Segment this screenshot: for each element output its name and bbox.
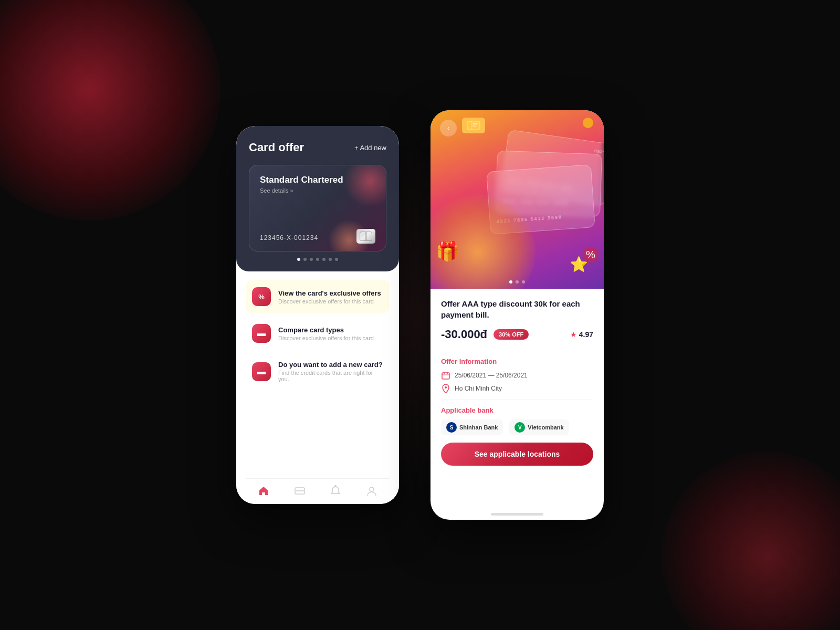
nav-cards[interactable] — [294, 485, 306, 497]
location-text: Ho Chi Minh City — [455, 385, 502, 392]
calendar-icon — [441, 371, 450, 380]
svg-rect-6 — [472, 123, 478, 124]
home-icon — [258, 485, 269, 497]
cards-icon — [294, 485, 306, 497]
back-button[interactable]: ‹ — [440, 120, 457, 136]
phones-container: Card offer + Add new Standard Chartered … — [236, 110, 604, 520]
ticket-svg — [467, 121, 480, 130]
percent-icon: % — [258, 293, 265, 301]
svg-rect-7 — [472, 125, 476, 127]
menu-item-add-card[interactable]: ▬ Do you want to add a new card? Find th… — [246, 353, 390, 390]
offer-title: Offer AAA type discount 30k for each pay… — [441, 298, 593, 320]
profile-icon — [366, 485, 377, 497]
menu-subtitle-1: Discover exclusive offers for this card — [278, 298, 381, 304]
card-dots — [249, 258, 386, 261]
date-row: 25/06/2021 — 25/06/2021 — [441, 371, 593, 380]
gift-icon: 🎁 — [436, 240, 459, 262]
see-locations-button[interactable]: See applicable locations — [441, 443, 593, 466]
calendar-svg — [442, 371, 450, 380]
card-chip-lines — [360, 232, 372, 241]
bg-glow-left — [0, 0, 220, 220]
svg-point-2 — [334, 485, 337, 487]
menu-item-compare[interactable]: ▬ Compare card types Discover exclusive … — [246, 317, 390, 350]
card-dot-5[interactable] — [322, 258, 326, 261]
card-number: 123456-X-001234 — [260, 234, 318, 242]
credit-card[interactable]: Standard Chartered See details » 123456-… — [249, 165, 386, 251]
menu-icon-percent: % — [252, 287, 271, 306]
card-dot-2[interactable] — [303, 258, 307, 261]
divider-2 — [441, 400, 593, 400]
menu-content-2: Compare card types Discover exclusive of… — [278, 326, 374, 341]
hero-dot-3[interactable] — [522, 280, 525, 284]
nav-notifications[interactable] — [330, 485, 341, 497]
card-chip — [356, 229, 375, 244]
bg-glow-right — [662, 452, 840, 630]
hero-dot-1[interactable] — [509, 280, 512, 284]
vietcombank-name: Vietcombank — [528, 424, 563, 430]
menu-title-1: View the card's exclusive offers — [278, 289, 381, 297]
phone1-header: Card offer + Add new — [249, 141, 386, 154]
add-card-icon: ▬ — [257, 367, 266, 376]
menu-item-exclusive-offers[interactable]: % View the card's exclusive offers Disco… — [246, 280, 390, 313]
notifications-icon — [330, 485, 341, 497]
svg-point-3 — [370, 487, 374, 491]
vietcombank-dot: V — [514, 422, 525, 433]
menu-icon-card: ▬ — [252, 324, 271, 343]
card-dot-6[interactable] — [329, 258, 332, 261]
hero-dots — [509, 280, 525, 284]
card-dot-1[interactable] — [297, 258, 300, 261]
phone2-home-indicator — [491, 513, 543, 516]
shinhan-bank-logo: S Shinhan Bank — [441, 419, 503, 435]
phone1-nav — [246, 478, 390, 504]
shinhan-dot: S — [446, 422, 457, 433]
date-text: 25/06/2021 — 25/06/2021 — [455, 372, 528, 379]
rating-value: 4.97 — [579, 330, 593, 339]
ticket-icon — [462, 118, 485, 133]
svg-rect-1 — [295, 490, 304, 491]
orange-dot — [583, 118, 593, 128]
offer-info-section-title: Offer information — [441, 358, 593, 365]
star-icon: ★ — [570, 330, 577, 339]
card-offer-title: Card offer — [249, 141, 304, 154]
card-dot-3[interactable] — [310, 258, 313, 261]
offer-price-row: -30.000đ 30% OFF ★ 4.97 — [441, 328, 593, 341]
menu-content-3: Do you want to add a new card? Find the … — [278, 361, 383, 382]
phone1: Card offer + Add new Standard Chartered … — [236, 126, 399, 504]
location-icon — [441, 384, 450, 393]
card-icon: ▬ — [257, 329, 266, 338]
phone1-top: Card offer + Add new Standard Chartered … — [236, 126, 399, 271]
menu-title-2: Compare card types — [278, 326, 374, 334]
location-svg — [442, 384, 449, 393]
divider-1 — [441, 351, 593, 351]
bank-section-title: Applicable bank — [441, 406, 593, 414]
offer-price: -30.000đ — [441, 328, 487, 341]
location-row: Ho Chi Minh City — [441, 384, 593, 393]
nav-profile[interactable] — [366, 485, 377, 497]
shinhan-bank-name: Shinhan Bank — [459, 424, 498, 430]
nav-home[interactable] — [258, 485, 269, 497]
menu-content-1: View the card's exclusive offers Discove… — [278, 289, 381, 304]
menu-subtitle-3: Find the credit cards that are right for… — [278, 370, 383, 382]
svg-point-12 — [445, 386, 447, 388]
menu-icon-add-card: ▬ — [252, 362, 271, 381]
menu-title-3: Do you want to add a new card? — [278, 361, 383, 369]
vietcombank-logo: V Vietcombank — [509, 419, 569, 435]
phone2-hero: ‹ 03/25 4521 7896 5412 3698 4521 7896 54… — [430, 110, 604, 289]
hero-dot-2[interactable] — [516, 280, 519, 284]
phone2: ‹ 03/25 4521 7896 5412 3698 4521 7896 54… — [430, 110, 604, 520]
add-new-button[interactable]: + Add new — [354, 144, 386, 152]
svg-rect-8 — [442, 373, 449, 379]
offer-rating: ★ 4.97 — [570, 330, 593, 339]
card-dot-7[interactable] — [335, 258, 338, 261]
banks-row: S Shinhan Bank V Vietcombank — [441, 419, 593, 435]
menu-subtitle-2: Discover exclusive offers for this card — [278, 335, 374, 341]
phone2-content: Offer AAA type discount 30k for each pay… — [430, 289, 604, 509]
phone1-bottom: % View the card's exclusive offers Disco… — [236, 271, 399, 504]
offer-badge: 30% OFF — [494, 329, 529, 340]
card-blob1 — [344, 165, 386, 207]
card-dot-4[interactable] — [316, 258, 319, 261]
star-decoration-icon: ⭐ — [570, 256, 588, 273]
